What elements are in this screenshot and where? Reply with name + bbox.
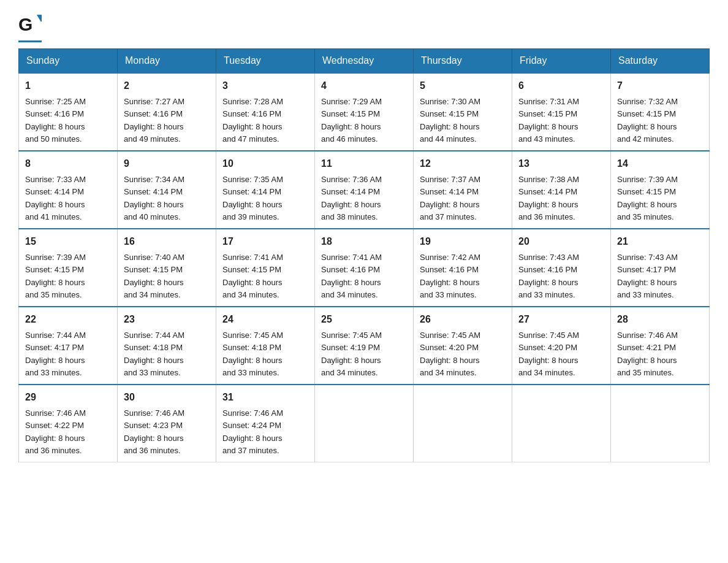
day-cell: 18Sunrise: 7:41 AMSunset: 4:16 PMDayligh… [315, 229, 414, 307]
day-cell: 14Sunrise: 7:39 AMSunset: 4:15 PMDayligh… [611, 151, 710, 229]
day-info: Sunrise: 7:29 AMSunset: 4:15 PMDaylight:… [321, 97, 382, 144]
day-info: Sunrise: 7:46 AMSunset: 4:22 PMDaylight:… [25, 408, 86, 455]
day-number: 27 [518, 312, 604, 327]
day-cell: 8Sunrise: 7:33 AMSunset: 4:14 PMDaylight… [19, 151, 118, 229]
svg-text:G: G [18, 14, 32, 34]
day-info: Sunrise: 7:28 AMSunset: 4:16 PMDaylight:… [222, 97, 283, 144]
day-cell: 5Sunrise: 7:30 AMSunset: 4:15 PMDaylight… [414, 73, 512, 151]
day-info: Sunrise: 7:39 AMSunset: 4:15 PMDaylight:… [617, 175, 678, 221]
weekday-header-thursday: Thursday [414, 49, 512, 74]
weekday-header-saturday: Saturday [611, 49, 710, 74]
day-cell: 19Sunrise: 7:42 AMSunset: 4:16 PMDayligh… [414, 229, 512, 307]
day-number: 9 [124, 156, 210, 171]
day-number: 4 [321, 79, 407, 93]
day-info: Sunrise: 7:45 AMSunset: 4:18 PMDaylight:… [222, 331, 283, 377]
day-number: 14 [617, 156, 703, 171]
day-cell: 31Sunrise: 7:46 AMSunset: 4:24 PMDayligh… [216, 385, 315, 462]
day-cell: 13Sunrise: 7:38 AMSunset: 4:14 PMDayligh… [512, 151, 611, 229]
logo-icon: G [18, 12, 42, 39]
day-number: 13 [518, 156, 604, 171]
day-number: 18 [321, 234, 407, 249]
day-info: Sunrise: 7:45 AMSunset: 4:20 PMDaylight:… [420, 331, 480, 377]
day-info: Sunrise: 7:43 AMSunset: 4:16 PMDaylight:… [518, 253, 579, 299]
day-number: 2 [124, 79, 210, 93]
day-cell: 20Sunrise: 7:43 AMSunset: 4:16 PMDayligh… [512, 229, 611, 307]
day-cell: 12Sunrise: 7:37 AMSunset: 4:14 PMDayligh… [414, 151, 512, 229]
day-info: Sunrise: 7:42 AMSunset: 4:16 PMDaylight:… [420, 253, 480, 299]
day-info: Sunrise: 7:45 AMSunset: 4:19 PMDaylight:… [321, 331, 382, 377]
day-info: Sunrise: 7:32 AMSunset: 4:15 PMDaylight:… [617, 97, 678, 144]
day-cell: 15Sunrise: 7:39 AMSunset: 4:15 PMDayligh… [19, 229, 118, 307]
day-info: Sunrise: 7:27 AMSunset: 4:16 PMDaylight:… [124, 97, 184, 144]
day-cell: 4Sunrise: 7:29 AMSunset: 4:15 PMDaylight… [315, 73, 414, 151]
day-cell: 30Sunrise: 7:46 AMSunset: 4:23 PMDayligh… [118, 385, 216, 462]
day-info: Sunrise: 7:46 AMSunset: 4:23 PMDaylight:… [124, 408, 184, 455]
day-cell: 10Sunrise: 7:35 AMSunset: 4:14 PMDayligh… [216, 151, 315, 229]
calendar-table: SundayMondayTuesdayWednesdayThursdayFrid… [18, 48, 710, 462]
day-cell [414, 385, 512, 462]
day-info: Sunrise: 7:35 AMSunset: 4:14 PMDaylight:… [222, 175, 283, 221]
day-cell: 1Sunrise: 7:25 AMSunset: 4:16 PMDaylight… [19, 73, 118, 151]
day-number: 6 [518, 79, 604, 93]
day-cell: 26Sunrise: 7:45 AMSunset: 4:20 PMDayligh… [414, 307, 512, 385]
page-header: G [18, 12, 710, 42]
calendar-body: 1Sunrise: 7:25 AMSunset: 4:16 PMDaylight… [19, 73, 710, 462]
day-cell: 11Sunrise: 7:36 AMSunset: 4:14 PMDayligh… [315, 151, 414, 229]
day-cell [611, 385, 710, 462]
day-cell: 2Sunrise: 7:27 AMSunset: 4:16 PMDaylight… [118, 73, 216, 151]
day-info: Sunrise: 7:43 AMSunset: 4:17 PMDaylight:… [617, 253, 678, 299]
day-info: Sunrise: 7:41 AMSunset: 4:15 PMDaylight:… [222, 253, 283, 299]
day-cell: 9Sunrise: 7:34 AMSunset: 4:14 PMDaylight… [118, 151, 216, 229]
day-cell: 6Sunrise: 7:31 AMSunset: 4:15 PMDaylight… [512, 73, 611, 151]
day-cell: 28Sunrise: 7:46 AMSunset: 4:21 PMDayligh… [611, 307, 710, 385]
day-info: Sunrise: 7:46 AMSunset: 4:24 PMDaylight:… [222, 408, 283, 455]
day-cell: 25Sunrise: 7:45 AMSunset: 4:19 PMDayligh… [315, 307, 414, 385]
weekday-header-row: SundayMondayTuesdayWednesdayThursdayFrid… [19, 49, 710, 74]
day-info: Sunrise: 7:34 AMSunset: 4:14 PMDaylight:… [124, 175, 184, 221]
day-number: 29 [25, 390, 111, 405]
day-cell [512, 385, 611, 462]
week-row-1: 1Sunrise: 7:25 AMSunset: 4:16 PMDaylight… [19, 73, 710, 151]
day-info: Sunrise: 7:44 AMSunset: 4:18 PMDaylight:… [124, 331, 184, 377]
calendar-header: SundayMondayTuesdayWednesdayThursdayFrid… [19, 49, 710, 74]
weekday-header-tuesday: Tuesday [216, 49, 315, 74]
week-row-2: 8Sunrise: 7:33 AMSunset: 4:14 PMDaylight… [19, 151, 710, 229]
day-cell: 17Sunrise: 7:41 AMSunset: 4:15 PMDayligh… [216, 229, 315, 307]
day-number: 23 [124, 312, 210, 327]
day-info: Sunrise: 7:37 AMSunset: 4:14 PMDaylight:… [420, 175, 480, 221]
svg-marker-1 [37, 15, 42, 22]
day-number: 26 [420, 312, 506, 327]
day-info: Sunrise: 7:31 AMSunset: 4:15 PMDaylight:… [518, 97, 579, 144]
day-number: 1 [25, 79, 111, 93]
week-row-5: 29Sunrise: 7:46 AMSunset: 4:22 PMDayligh… [19, 385, 710, 462]
day-cell [315, 385, 414, 462]
day-info: Sunrise: 7:46 AMSunset: 4:21 PMDaylight:… [617, 331, 678, 377]
day-number: 17 [222, 234, 308, 249]
day-cell: 27Sunrise: 7:45 AMSunset: 4:20 PMDayligh… [512, 307, 611, 385]
day-number: 28 [617, 312, 703, 327]
day-number: 24 [222, 312, 308, 327]
week-row-4: 22Sunrise: 7:44 AMSunset: 4:17 PMDayligh… [19, 307, 710, 385]
day-info: Sunrise: 7:44 AMSunset: 4:17 PMDaylight:… [25, 331, 86, 377]
day-number: 11 [321, 156, 407, 171]
day-cell: 16Sunrise: 7:40 AMSunset: 4:15 PMDayligh… [118, 229, 216, 307]
logo: G [18, 12, 42, 42]
day-info: Sunrise: 7:30 AMSunset: 4:15 PMDaylight:… [420, 97, 480, 144]
day-cell: 7Sunrise: 7:32 AMSunset: 4:15 PMDaylight… [611, 73, 710, 151]
day-number: 8 [25, 156, 111, 171]
day-number: 15 [25, 234, 111, 249]
day-number: 12 [420, 156, 506, 171]
weekday-header-sunday: Sunday [19, 49, 118, 74]
day-info: Sunrise: 7:39 AMSunset: 4:15 PMDaylight:… [25, 253, 86, 299]
day-number: 16 [124, 234, 210, 249]
day-number: 7 [617, 79, 703, 93]
week-row-3: 15Sunrise: 7:39 AMSunset: 4:15 PMDayligh… [19, 229, 710, 307]
day-number: 3 [222, 79, 308, 93]
day-number: 5 [420, 79, 506, 93]
day-cell: 3Sunrise: 7:28 AMSunset: 4:16 PMDaylight… [216, 73, 315, 151]
weekday-header-friday: Friday [512, 49, 611, 74]
day-cell: 23Sunrise: 7:44 AMSunset: 4:18 PMDayligh… [118, 307, 216, 385]
day-number: 21 [617, 234, 703, 249]
day-info: Sunrise: 7:40 AMSunset: 4:15 PMDaylight:… [124, 253, 184, 299]
day-info: Sunrise: 7:33 AMSunset: 4:14 PMDaylight:… [25, 175, 86, 221]
